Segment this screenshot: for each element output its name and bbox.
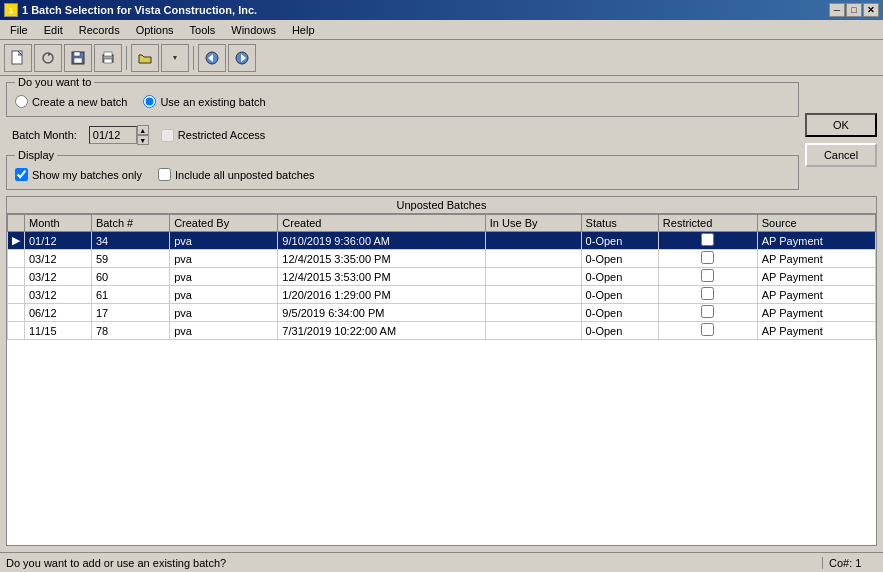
col-in-use-by: In Use By [485,215,581,232]
col-month: Month [25,215,92,232]
do-you-want-group: Do you want to Create a new batch Use an… [6,82,799,117]
include-all-text: Include all unposted batches [175,169,314,181]
menu-help[interactable]: Help [284,22,323,38]
include-all-checkbox[interactable] [158,168,171,181]
status-bar: Do you want to add or use an existing ba… [0,552,883,572]
status-co: Co#: 1 [823,557,883,569]
batch-month-label: Batch Month: [12,129,77,141]
show-my-batches-text: Show my batches only [32,169,142,181]
table-header-row: Month Batch # Created By Created In Use … [8,215,876,232]
table-row[interactable]: 11/1578pva7/31/2019 10:22:00 AM0-OpenAP … [8,322,876,340]
title-text: 1 Batch Selection for Vista Construction… [22,4,257,16]
restricted-access-label: Restricted Access [178,129,265,141]
restricted-row-checkbox[interactable] [701,287,714,300]
toolbar-separator [126,46,127,70]
toolbar-back[interactable] [198,44,226,72]
col-indicator [8,215,25,232]
col-created: Created [278,215,485,232]
toolbar-forward[interactable] [228,44,256,72]
batch-month-row: Batch Month: ▲ ▼ Restricted Access [6,121,799,149]
batch-month-spinbox: ▲ ▼ [89,125,149,145]
menu-records[interactable]: Records [71,22,128,38]
svg-rect-7 [104,59,112,63]
include-all-label[interactable]: Include all unposted batches [158,168,314,181]
use-existing-label: Use an existing batch [160,96,265,108]
table-row[interactable]: 03/1260pva12/4/2015 3:53:00 PM0-OpenAP P… [8,268,876,286]
restricted-row-checkbox[interactable] [701,269,714,282]
display-row: Show my batches only Include all unposte… [15,168,790,181]
toolbar-refresh[interactable] [34,44,62,72]
svg-rect-3 [74,52,80,56]
batches-table: Month Batch # Created By Created In Use … [7,214,876,340]
minimize-button[interactable]: ─ [829,3,845,17]
restricted-row-checkbox[interactable] [701,233,714,246]
display-title: Display [15,149,57,161]
svg-marker-8 [173,56,177,60]
table-title: Unposted Batches [7,197,876,214]
col-status: Status [581,215,658,232]
toolbar-new[interactable] [4,44,32,72]
table-row[interactable]: 03/1261pva1/20/2016 1:29:00 PM0-OpenAP P… [8,286,876,304]
cancel-button[interactable]: Cancel [805,143,877,167]
restricted-checkbox-wrapper: Restricted Access [161,129,265,142]
col-source: Source [757,215,875,232]
table-row[interactable]: 06/1217pva9/5/2019 6:34:00 PM0-OpenAP Pa… [8,304,876,322]
spin-down-button[interactable]: ▼ [137,135,149,145]
toolbar-print[interactable] [94,44,122,72]
unposted-batches-table-container: Unposted Batches Month Batch # Created B… [6,196,877,546]
show-my-batches-label[interactable]: Show my batches only [15,168,142,181]
restricted-row-checkbox[interactable] [701,323,714,336]
toolbar [0,40,883,76]
use-existing-radio-label[interactable]: Use an existing batch [143,95,265,108]
show-my-batches-checkbox[interactable] [15,168,28,181]
table-row[interactable]: 03/1259pva12/4/2015 3:35:00 PM0-OpenAP P… [8,250,876,268]
maximize-button[interactable]: □ [846,3,862,17]
restricted-access-checkbox[interactable] [161,129,174,142]
do-you-want-title: Do you want to [15,76,94,88]
menu-edit[interactable]: Edit [36,22,71,38]
toolbar-open[interactable] [131,44,159,72]
menu-tools[interactable]: Tools [182,22,224,38]
ok-button[interactable]: OK [805,113,877,137]
menu-file[interactable]: File [2,22,36,38]
top-row: Do you want to Create a new batch Use an… [6,82,877,190]
menu-windows[interactable]: Windows [223,22,284,38]
svg-rect-6 [104,52,112,56]
menu-bar: File Edit Records Options Tools Windows … [0,20,883,40]
table-row[interactable]: ▶01/1234pva9/10/2019 9:36:00 AM0-OpenAP … [8,232,876,250]
toolbar-separator-2 [193,46,194,70]
svg-rect-4 [74,58,82,63]
col-created-by: Created By [170,215,278,232]
status-message: Do you want to add or use an existing ba… [0,557,823,569]
spin-buttons: ▲ ▼ [137,125,149,145]
action-buttons: OK Cancel [805,82,877,190]
restricted-row-checkbox[interactable] [701,251,714,264]
close-button[interactable]: ✕ [863,3,879,17]
batch-month-input[interactable] [89,126,137,144]
spin-up-button[interactable]: ▲ [137,125,149,135]
col-batch-num: Batch # [91,215,169,232]
use-existing-radio[interactable] [143,95,156,108]
display-group: Display Show my batches only Include all… [6,155,799,190]
create-new-radio-label[interactable]: Create a new batch [15,95,127,108]
create-new-label: Create a new batch [32,96,127,108]
restricted-row-checkbox[interactable] [701,305,714,318]
radio-group: Create a new batch Use an existing batch [15,95,790,108]
col-restricted: Restricted [658,215,757,232]
main-content: Do you want to Create a new batch Use an… [0,76,883,552]
app-icon: 1 [4,3,18,17]
title-bar: 1 1 Batch Selection for Vista Constructi… [0,0,883,20]
toolbar-open-dropdown[interactable] [161,44,189,72]
toolbar-save[interactable] [64,44,92,72]
menu-options[interactable]: Options [128,22,182,38]
create-new-radio[interactable] [15,95,28,108]
